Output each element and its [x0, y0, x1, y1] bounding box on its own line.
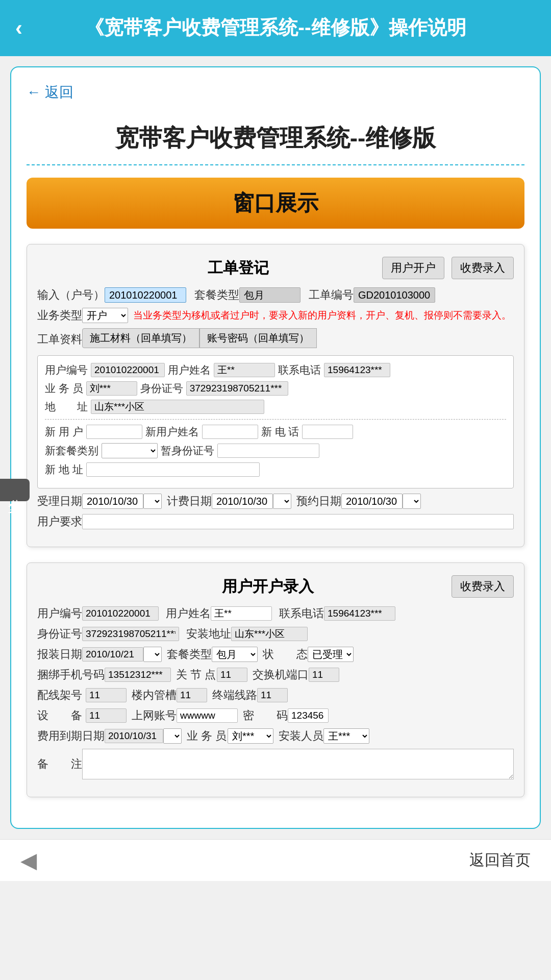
share-tab[interactable]: 分享 — [0, 479, 30, 501]
f2-label-installer: 安装人员 — [279, 728, 323, 744]
f2-input-conduit[interactable] — [177, 688, 207, 702]
header: ‹ 《宽带客户收费管理系统--维修版》操作说明 — [0, 0, 551, 56]
f2-input-frame[interactable] — [86, 688, 127, 702]
f2-input-device[interactable] — [86, 708, 127, 723]
inner-input-new-tel[interactable] — [302, 425, 353, 439]
f2-label-pkg: 套餐类型 — [167, 647, 212, 662]
inner-label-new-name: 新用户姓名 — [145, 425, 199, 439]
label-workorder-material: 工单资料 — [37, 332, 82, 347]
f2-select-install-date[interactable] — [143, 647, 162, 662]
f2-input-account[interactable] — [177, 708, 238, 723]
f2-input-install-date[interactable] — [82, 647, 143, 662]
input-user-id[interactable] — [105, 287, 186, 303]
f2-input-tel[interactable] — [324, 606, 395, 621]
label-biz-type: 业务类型 — [37, 308, 82, 323]
inner-input-new-addr[interactable] — [86, 462, 260, 477]
inner-form-box: 用户编号 用户姓名 联系电话 业 务 员 身份证号 地 址 — [37, 355, 514, 488]
form1-row-req: 用户要求 — [37, 514, 514, 529]
input-accept-date[interactable] — [82, 494, 143, 509]
f2-label-uid: 用户编号 — [37, 606, 82, 621]
section-button[interactable]: 窗口展示 — [27, 178, 524, 229]
form2-row-notes: 备 注 — [37, 749, 514, 779]
footer-home-link[interactable]: 返回首页 — [469, 850, 531, 871]
f2-select-pkg[interactable]: 包月 — [212, 647, 258, 662]
form2-row-frame-conduit-terminal: 配线架号 楼内管槽 终端线路 — [37, 688, 514, 703]
header-back-button[interactable]: ‹ — [15, 16, 22, 40]
form1-title: 工单登记 — [98, 258, 378, 279]
inner-label-new-id: 暂身份证号 — [161, 444, 214, 458]
tab-construction-material[interactable]: 施工材料（回单填写） — [82, 328, 199, 348]
f2-label-frame: 配线架号 — [37, 688, 86, 703]
inner-input-idno[interactable] — [186, 381, 288, 396]
inner-input-tel[interactable] — [324, 363, 390, 377]
inner-row-worker-id: 业 务 员 身份证号 — [45, 381, 506, 396]
page-title: 宽带客户收费管理系统--维修版 — [27, 112, 524, 165]
inner-input-new-user[interactable] — [86, 425, 142, 439]
f2-label-status: 状 态 — [263, 647, 308, 662]
f2-select-installer[interactable]: 王*** — [323, 728, 369, 744]
label-user-req: 用户要求 — [37, 514, 82, 529]
input-billing-date[interactable] — [212, 494, 273, 509]
f2-input-uname[interactable] — [211, 606, 272, 621]
form2-title: 用户开户录入 — [88, 576, 447, 597]
select-new-pkg[interactable] — [102, 443, 158, 458]
f2-label-install-date: 报装日期 — [37, 647, 82, 662]
form2-row-user-info: 用户编号 用户姓名 联系电话 — [37, 606, 514, 621]
f2-input-terminal[interactable] — [257, 688, 288, 702]
inner-input-addr[interactable] — [91, 400, 264, 414]
input-package-type[interactable] — [239, 287, 300, 303]
inner-input-new-id[interactable] — [217, 444, 319, 458]
footer-back-button[interactable]: ◀ — [20, 848, 37, 873]
f2-input-idno[interactable] — [82, 627, 179, 641]
inner-input-uname[interactable] — [214, 363, 275, 377]
inner-row-new-addr: 新 地 址 — [45, 462, 506, 477]
f2-select-expire[interactable] — [163, 728, 182, 744]
inner-input-new-name[interactable] — [202, 425, 258, 439]
footer: ◀ 返回首页 — [0, 839, 551, 881]
f2-select-status[interactable]: 已受理 — [308, 647, 354, 662]
f2-input-switch[interactable] — [309, 668, 339, 682]
form-panel-workorder: 工单登记 用户开户 收费录入 输入（户号） 套餐类型 工单编号 业务类型 开户 … — [27, 244, 524, 547]
label-workorder-no: 工单编号 — [309, 287, 354, 303]
f2-input-expire[interactable] — [105, 729, 163, 743]
form-panel-account: 用户开户录入 收费录入 用户编号 用户姓名 联系电话 身份证号 安装地址 报装日… — [27, 562, 524, 797]
form2-row-expire-worker-installer: 费用到期日期 业 务 员 刘*** 安装人员 王*** — [37, 728, 514, 744]
f2-label-node: 关 节 点 — [176, 667, 217, 682]
select-biz-type[interactable]: 开户 — [82, 308, 128, 323]
form2-row-device-account-pwd: 设 备 上网账号 密 码 — [37, 708, 514, 723]
form2-row-id-addr: 身份证号 安装地址 — [37, 626, 514, 642]
input-workorder-no[interactable] — [354, 287, 435, 303]
back-link[interactable]: ← 返回 — [27, 83, 73, 102]
label-input-hh: 输入（户号） — [37, 287, 105, 303]
f2-textarea-notes[interactable] — [82, 749, 514, 779]
material-tabs: 施工材料（回单填写） 账号密码（回单填写） — [82, 328, 317, 348]
red-notice-text: 当业务类型为移机或者过户时，要录入新的用户资料，开户、复机、报停则不需要录入。 — [133, 309, 511, 323]
form1-btn-fee-entry[interactable]: 收费录入 — [452, 257, 514, 279]
inner-row-user-info: 用户编号 用户姓名 联系电话 — [45, 363, 506, 377]
inner-input-worker[interactable] — [86, 381, 137, 396]
inner-label-addr: 地 址 — [45, 400, 88, 414]
f2-input-node[interactable] — [217, 668, 247, 682]
input-user-req[interactable] — [82, 514, 514, 529]
f2-label-device: 设 备 — [37, 708, 86, 723]
select-appt-date[interactable] — [403, 494, 421, 509]
inner-label-worker: 业 务 员 — [45, 381, 83, 396]
f2-input-phone[interactable] — [105, 668, 171, 682]
input-appt-date[interactable] — [341, 494, 403, 509]
select-billing-date[interactable] — [273, 494, 291, 509]
label-appt-date: 预约日期 — [296, 494, 341, 509]
f2-label-expire: 费用到期日期 — [37, 728, 105, 744]
inner-input-uid[interactable] — [91, 363, 165, 377]
tab-account-password[interactable]: 账号密码（回单填写） — [199, 328, 317, 348]
f2-label-tel: 联系电话 — [279, 606, 324, 621]
inner-label-new-pkg: 新套餐类别 — [45, 444, 98, 458]
form1-btn-open-account[interactable]: 用户开户 — [382, 257, 444, 279]
f2-select-worker[interactable]: 刘*** — [228, 728, 273, 744]
form2-btn-fee-entry[interactable]: 收费录入 — [452, 575, 514, 598]
form1-row-ids: 输入（户号） 套餐类型 工单编号 — [37, 287, 514, 303]
f2-input-pwd[interactable] — [288, 708, 329, 723]
f2-input-install-addr[interactable] — [231, 627, 308, 641]
f2-input-uid[interactable] — [82, 606, 159, 621]
inner-label-uname: 用户姓名 — [168, 363, 211, 377]
select-accept-date[interactable] — [143, 494, 162, 509]
